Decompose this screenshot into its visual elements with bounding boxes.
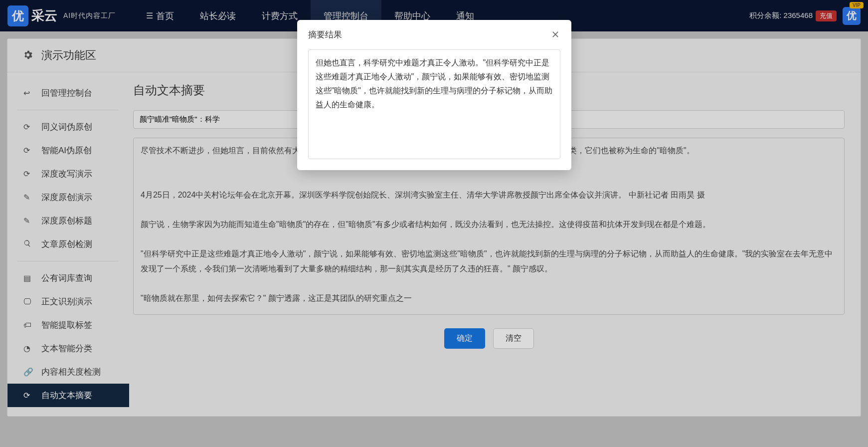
summary-result: 但她也直言，科学研究中难题才真正令人激动。"但科学研究中正是这些难题才真正地令人… [308,49,560,159]
modal-header: 摘要结果 [297,20,571,49]
summary-modal: 摘要结果 但她也直言，科学研究中难题才真正令人激动。"但科学研究中正是这些难题才… [297,20,571,170]
modal-body: 但她也直言，科学研究中难题才真正令人激动。"但科学研究中正是这些难题才真正地令人… [297,49,571,170]
modal-title: 摘要结果 [308,29,342,40]
close-icon [550,29,560,39]
modal-close-button[interactable] [550,29,560,40]
